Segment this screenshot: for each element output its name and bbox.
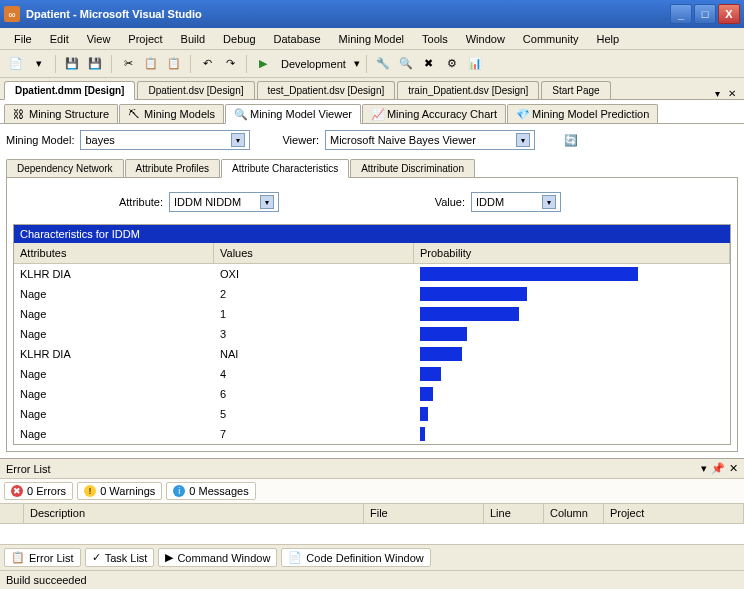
menu-debug[interactable]: Debug	[215, 30, 263, 48]
messages-button[interactable]: i0 Messages	[166, 482, 255, 500]
error-list-panel: Error List ▾ 📌 ✕ ✖0 Errors !0 Warnings i…	[0, 458, 744, 570]
tab-dependency-network[interactable]: Dependency Network	[6, 159, 124, 177]
config-combo[interactable]: Development	[276, 55, 351, 73]
attribute-combo[interactable]: IDDM NIDDM▾	[169, 192, 279, 212]
start-icon[interactable]: ▶	[253, 54, 273, 74]
error-list-icon: 📋	[11, 551, 25, 564]
save-icon[interactable]: 💾	[62, 54, 82, 74]
tool-icon-2[interactable]: 🔍	[396, 54, 416, 74]
tool-icon-4[interactable]: ⚙	[442, 54, 462, 74]
tab-attribute-characteristics[interactable]: Attribute Characteristics	[221, 159, 349, 178]
col-column[interactable]: Column	[544, 504, 604, 523]
col-description[interactable]: Description	[24, 504, 364, 523]
cell-probability	[414, 305, 730, 323]
header-attributes[interactable]: Attributes	[14, 243, 214, 263]
col-file[interactable]: File	[364, 504, 484, 523]
separator	[111, 55, 112, 73]
btab-command-window[interactable]: ▶Command Window	[158, 548, 277, 567]
maximize-button[interactable]: □	[694, 4, 716, 24]
viewer-combo[interactable]: Microsoft Naive Bayes Viewer▾	[325, 130, 535, 150]
cell-attribute: Nage	[14, 326, 214, 342]
mining-model-combo[interactable]: bayes▾	[80, 130, 250, 150]
table-row[interactable]: Nage6	[14, 384, 730, 404]
tab-test-dpatient[interactable]: test_Dpatient.dsv [Design]	[257, 81, 396, 99]
tool-icon-5[interactable]: 📊	[465, 54, 485, 74]
subtab-prediction[interactable]: 💎Mining Model Prediction	[507, 104, 658, 123]
menu-build[interactable]: Build	[173, 30, 213, 48]
col-line[interactable]: Line	[484, 504, 544, 523]
copy-icon[interactable]: 📋	[141, 54, 161, 74]
viewer-tabs: Dependency Network Attribute Profiles At…	[6, 156, 738, 178]
value-combo[interactable]: IDDM▾	[471, 192, 561, 212]
pin-icon[interactable]: 📌	[711, 462, 725, 475]
tab-close-icon[interactable]: ✕	[724, 88, 740, 99]
menu-window[interactable]: Window	[458, 30, 513, 48]
header-probability[interactable]: Probability	[414, 243, 730, 263]
table-row[interactable]: KLHR DIAOXI	[14, 264, 730, 284]
menu-project[interactable]: Project	[120, 30, 170, 48]
open-icon[interactable]: ▾	[29, 54, 49, 74]
redo-icon[interactable]: ↷	[220, 54, 240, 74]
btab-error-list[interactable]: 📋Error List	[4, 548, 81, 567]
tab-dpatient-dmm[interactable]: Dpatient.dmm [Design]	[4, 81, 135, 100]
characteristics-panel: Attribute: IDDM NIDDM▾ Value: IDDM▾ Char…	[6, 178, 738, 452]
menu-help[interactable]: Help	[588, 30, 627, 48]
menu-edit[interactable]: Edit	[42, 30, 77, 48]
subtab-label: Mining Models	[144, 108, 215, 120]
minimize-button[interactable]: _	[670, 4, 692, 24]
table-row[interactable]: Nage5	[14, 404, 730, 424]
col-project[interactable]: Project	[604, 504, 744, 523]
errors-count: 0 Errors	[27, 485, 66, 497]
separator	[190, 55, 191, 73]
refresh-icon[interactable]: 🔄	[561, 130, 581, 150]
tab-dropdown-icon[interactable]: ▾	[711, 88, 724, 99]
cell-attribute: Nage	[14, 286, 214, 302]
cell-value: OXI	[214, 266, 414, 282]
cut-icon[interactable]: ✂	[118, 54, 138, 74]
new-project-icon[interactable]: 📄	[6, 54, 26, 74]
table-row[interactable]: Nage4	[14, 364, 730, 384]
probability-bar	[420, 287, 527, 301]
tab-dpatient-dsv[interactable]: Dpatient.dsv [Design]	[137, 81, 254, 99]
error-icon: ✖	[11, 485, 23, 497]
models-icon: ⛏	[128, 108, 140, 120]
menu-community[interactable]: Community	[515, 30, 587, 48]
subtab-mining-structure[interactable]: ⛓Mining Structure	[4, 104, 118, 123]
menu-view[interactable]: View	[79, 30, 119, 48]
paste-icon[interactable]: 📋	[164, 54, 184, 74]
config-dropdown-icon[interactable]: ▾	[354, 57, 360, 70]
btab-code-definition[interactable]: 📄Code Definition Window	[281, 548, 430, 567]
tab-start-page[interactable]: Start Page	[541, 81, 610, 99]
close-button[interactable]: X	[718, 4, 740, 24]
errors-button[interactable]: ✖0 Errors	[4, 482, 73, 500]
menu-tools[interactable]: Tools	[414, 30, 456, 48]
menu-mining-model[interactable]: Mining Model	[331, 30, 412, 48]
tab-attribute-discrimination[interactable]: Attribute Discrimination	[350, 159, 475, 177]
subtab-mining-models[interactable]: ⛏Mining Models	[119, 104, 224, 123]
menu-file[interactable]: File	[6, 30, 40, 48]
warnings-button[interactable]: !0 Warnings	[77, 482, 162, 500]
undo-icon[interactable]: ↶	[197, 54, 217, 74]
cell-probability	[414, 265, 730, 283]
btab-task-list[interactable]: ✓Task List	[85, 548, 155, 567]
col-icon[interactable]	[0, 504, 24, 523]
table-row[interactable]: KLHR DIANAI	[14, 344, 730, 364]
table-row[interactable]: Nage2	[14, 284, 730, 304]
subtab-accuracy-chart[interactable]: 📈Mining Accuracy Chart	[362, 104, 506, 123]
subtab-mining-model-viewer[interactable]: 🔍Mining Model Viewer	[225, 104, 361, 124]
table-row[interactable]: Nage1	[14, 304, 730, 324]
menu-database[interactable]: Database	[266, 30, 329, 48]
dropdown-icon[interactable]: ▾	[701, 462, 707, 475]
table-row[interactable]: Nage7	[14, 424, 730, 444]
table-row[interactable]: Nage3	[14, 324, 730, 344]
save-all-icon[interactable]: 💾	[85, 54, 105, 74]
warnings-count: 0 Warnings	[100, 485, 155, 497]
close-panel-icon[interactable]: ✕	[729, 462, 738, 475]
tab-train-dpatient[interactable]: train_Dpatient.dsv [Design]	[397, 81, 539, 99]
app-icon: ∞	[4, 6, 20, 22]
header-values[interactable]: Values	[214, 243, 414, 263]
cell-probability	[414, 365, 730, 383]
tool-icon-1[interactable]: 🔧	[373, 54, 393, 74]
tab-attribute-profiles[interactable]: Attribute Profiles	[125, 159, 220, 177]
tool-icon-3[interactable]: ✖	[419, 54, 439, 74]
